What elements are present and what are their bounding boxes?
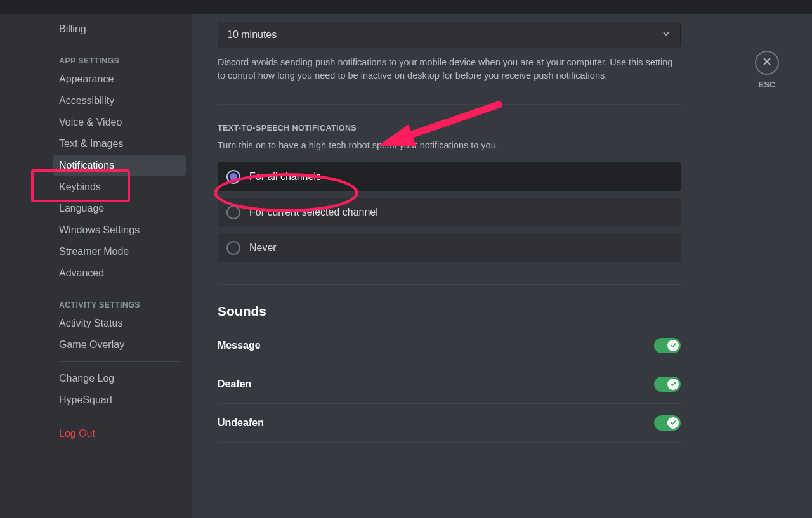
sidebar-item-voice-video[interactable]: Voice & Video [53, 112, 186, 133]
sidebar-separator [59, 290, 180, 290]
tts-section-header: TEXT-TO-SPEECH NOTIFICATIONS [218, 124, 681, 133]
settings-content: 10 minutes Discord avoids sending push n… [192, 14, 812, 518]
radio-label: Never [249, 242, 277, 254]
sidebar-item-appearance[interactable]: Appearance [53, 69, 186, 89]
sidebar-item-text-images[interactable]: Text & Images [53, 134, 186, 154]
sound-label: Undeafen [218, 417, 264, 429]
toggle-knob [667, 340, 679, 351]
window-titlebar [0, 0, 812, 14]
sidebar-item-change-log[interactable]: Change Log [53, 368, 186, 389]
sidebar-header: ACTIVITY SETTINGS [53, 297, 186, 313]
sidebar-item-hypesquad[interactable]: HypeSquad [53, 390, 186, 410]
sound-label: Deafen [218, 379, 251, 390]
tts-section-helper: Turn this on to have a high tech robot s… [218, 139, 681, 152]
sidebar-separator [59, 361, 180, 362]
close-icon [761, 56, 773, 70]
sound-toggle-message[interactable] [654, 338, 681, 353]
close-button[interactable] [755, 51, 779, 75]
sidebar-item-accessibility[interactable]: Accessibility [53, 91, 186, 111]
tts-radio-never[interactable]: Never [218, 233, 681, 262]
sidebar-header: APP SETTINGS [53, 53, 186, 69]
toggle-knob [667, 417, 679, 429]
sidebar-item-windows-settings[interactable]: Windows Settings [53, 220, 186, 240]
idle-timeout-select[interactable]: 10 minutes [218, 22, 681, 48]
sidebar-item-keybinds[interactable]: Keybinds [53, 177, 186, 197]
check-icon [670, 419, 677, 427]
sidebar-item-game-overlay[interactable]: Game Overlay [53, 335, 186, 355]
idle-timeout-value: 10 minutes [227, 29, 277, 41]
radio-icon [226, 205, 240, 219]
sidebar-item-streamer-mode[interactable]: Streamer Mode [53, 242, 186, 262]
sidebar-item-log-out[interactable]: Log Out [53, 424, 186, 444]
sound-row-message: Message [218, 327, 681, 365]
radio-icon [226, 170, 240, 184]
settings-sidebar: BillingAPP SETTINGSAppearanceAccessibili… [0, 14, 192, 518]
sidebar-item-activity-status[interactable]: Activity Status [53, 313, 186, 333]
sidebar-item-language[interactable]: Language [53, 198, 186, 219]
check-icon [670, 342, 677, 350]
chevron-down-icon [661, 29, 671, 41]
sidebar-item-advanced[interactable]: Advanced [53, 263, 186, 283]
sound-row-deafen: Deafen [218, 365, 681, 404]
section-divider [218, 284, 681, 285]
tts-radio-for-all-channels[interactable]: For all channels [218, 162, 681, 191]
toggle-knob [667, 379, 679, 390]
tts-radio-for-current-selected-channel[interactable]: For current selected channel [218, 198, 681, 227]
esc-label: ESC [758, 80, 776, 89]
sound-toggle-deafen[interactable] [654, 377, 681, 392]
radio-icon [226, 241, 240, 255]
sidebar-item-notifications[interactable]: Notifications [53, 155, 186, 176]
sounds-title: Sounds [218, 304, 681, 319]
check-icon [670, 380, 677, 389]
idle-timeout-helper: Discord avoids sending push notification… [218, 56, 681, 82]
section-divider [218, 104, 681, 105]
sound-row-undeafen: Undeafen [218, 404, 681, 443]
sound-toggle-undeafen[interactable] [654, 415, 681, 431]
radio-label: For all channels [249, 171, 321, 183]
sidebar-item-billing[interactable]: Billing [53, 19, 186, 39]
sidebar-separator [59, 417, 180, 417]
sound-label: Message [218, 340, 261, 351]
radio-label: For current selected channel [249, 207, 378, 218]
tts-radio-group: For all channelsFor current selected cha… [218, 162, 681, 262]
sidebar-separator [59, 46, 180, 46]
